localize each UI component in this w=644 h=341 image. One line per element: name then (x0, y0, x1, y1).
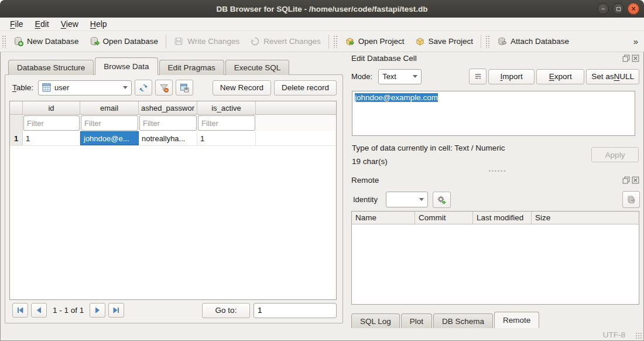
cell-hashed-password[interactable]: notreallyha... (139, 131, 197, 145)
tab-db-schema[interactable]: DB Schema (433, 313, 493, 328)
goto-button[interactable]: Go to: (202, 303, 250, 318)
float-dock-icon[interactable] (622, 54, 630, 62)
export-button[interactable]: Export (536, 69, 584, 84)
tab-sql-log[interactable]: SQL Log (351, 313, 400, 328)
cell-type-info: Type of data currently in cell: Text / N… (352, 144, 505, 152)
float-dock-icon[interactable] (622, 176, 630, 184)
identity-select[interactable] (386, 192, 428, 207)
goto-record-input[interactable] (254, 303, 337, 318)
save-results-icon (180, 83, 189, 93)
first-record-button[interactable] (12, 303, 28, 318)
open-project-icon (345, 36, 355, 46)
resize-grip[interactable] (635, 332, 642, 339)
bottom-tab-bar: SQL Log Plot DB Schema Remote (351, 312, 540, 328)
tab-edit-pragmas[interactable]: Edit Pragmas (159, 60, 224, 75)
apply-button[interactable]: Apply (591, 147, 639, 162)
filter-input-email[interactable] (81, 115, 138, 131)
save-project-button[interactable]: Save Project (410, 33, 479, 49)
mode-select[interactable]: Text (378, 69, 422, 84)
cell-char-count: 19 char(s) (352, 157, 388, 166)
clear-filters-button[interactable] (155, 80, 173, 96)
remote-file-table: Name Commit Last modified Size (351, 211, 639, 305)
write-changes-icon (174, 36, 184, 46)
identity-settings-button[interactable] (433, 192, 451, 208)
word-wrap-button[interactable] (469, 69, 487, 84)
tab-remote[interactable]: Remote (494, 312, 539, 328)
open-project-button[interactable]: Open Project (340, 33, 410, 49)
toolbar-drag-handle[interactable] (333, 35, 337, 48)
cell-email-selected[interactable]: johndoe@e... (80, 131, 139, 145)
refresh-button[interactable] (135, 80, 152, 96)
cell-is-active[interactable]: 1 (197, 131, 256, 145)
chevron-down-icon (123, 86, 128, 89)
new-record-button[interactable]: New Record (213, 80, 271, 96)
revert-changes-button[interactable]: Revert Changes (245, 33, 326, 49)
main-tab-bar: Database Structure Browse Data Edit Prag… (8, 58, 290, 75)
menu-bar: File Edit View Help (0, 18, 644, 31)
grid-corner-cell[interactable] (10, 101, 23, 114)
filter-input-hashed-password[interactable] (139, 115, 197, 131)
column-header-is-active[interactable]: is_active (197, 101, 256, 114)
next-record-button[interactable] (90, 303, 105, 318)
record-navigation-bar: 1 - 1 of 1 Go to: (12, 302, 337, 318)
dock-controls (622, 176, 639, 184)
toolbar-drag-handle[interactable] (485, 35, 489, 48)
mode-select-value: Text (382, 72, 396, 81)
minimize-icon: − (601, 5, 605, 12)
filter-input-id[interactable] (23, 115, 80, 131)
cell-mode-row: Mode: Text Import Export Set as NULL (351, 69, 639, 84)
filter-input-is-active[interactable] (198, 115, 255, 131)
grid-filter-row (10, 115, 336, 131)
clear-filter-icon (159, 83, 169, 93)
remote-dock-header: Remote (351, 176, 639, 185)
tab-browse-data[interactable]: Browse Data (95, 57, 157, 75)
attach-database-button[interactable]: Attach Database (492, 33, 574, 49)
previous-record-button[interactable] (31, 303, 47, 318)
window-controls: − × (597, 3, 639, 15)
encoding-label: UTF-8 (603, 330, 625, 339)
import-button[interactable]: Import (488, 69, 535, 84)
remote-column-name[interactable]: Name (352, 212, 415, 224)
menu-file[interactable]: File (5, 18, 29, 30)
last-record-icon (112, 306, 120, 314)
first-record-icon (16, 306, 24, 314)
cell-value-editor[interactable]: johndoe@example.com (352, 91, 635, 136)
column-header-hashed-password[interactable]: ashed_passwor (139, 101, 197, 114)
minimize-button[interactable]: − (597, 3, 609, 15)
row-header[interactable]: 1 (10, 131, 23, 145)
tab-execute-sql[interactable]: Execute SQL (225, 60, 290, 75)
tab-database-structure[interactable]: Database Structure (8, 60, 94, 75)
write-changes-button[interactable]: Write Changes (169, 33, 245, 49)
new-database-button[interactable]: New Database (8, 33, 84, 49)
remote-column-size[interactable]: Size (532, 212, 639, 224)
menu-view[interactable]: View (56, 18, 84, 30)
table-row: 1 1 johndoe@e... notreallyha... 1 (10, 131, 336, 146)
close-dock-icon[interactable] (632, 54, 639, 62)
maximize-icon (616, 7, 621, 11)
table-select[interactable]: user (38, 80, 132, 96)
menu-help[interactable]: Help (85, 18, 112, 30)
edit-cell-title: Edit Database Cell (351, 54, 417, 63)
last-record-button[interactable] (108, 303, 124, 318)
clone-database-button[interactable] (622, 191, 640, 208)
mode-label: Mode: (351, 72, 372, 81)
set-as-null-button[interactable]: Set as NULL (586, 69, 639, 84)
delete-record-button[interactable]: Delete record (274, 80, 337, 96)
title-bar[interactable]: DB Browser for SQLite - /home/user/code/… (0, 0, 644, 18)
column-header-email[interactable]: email (80, 101, 139, 114)
toolbar-overflow-button[interactable]: » (628, 36, 644, 46)
menu-edit[interactable]: Edit (30, 18, 54, 30)
remote-column-commit[interactable]: Commit (415, 212, 473, 224)
close-button[interactable]: × (628, 3, 639, 15)
maximize-button[interactable] (612, 3, 624, 15)
tab-plot[interactable]: Plot (401, 313, 432, 328)
cell-id[interactable]: 1 (23, 131, 80, 145)
column-header-id[interactable]: id (23, 101, 80, 114)
close-dock-icon[interactable] (632, 176, 639, 184)
open-database-button[interactable]: Open Database (84, 33, 164, 49)
remote-column-last-modified[interactable]: Last modified (473, 212, 532, 224)
save-results-button[interactable] (176, 80, 193, 96)
attach-database-icon (497, 36, 507, 46)
dock-splitter-handle[interactable]: •••••• (480, 168, 515, 174)
toolbar-drag-handle[interactable] (2, 35, 6, 48)
